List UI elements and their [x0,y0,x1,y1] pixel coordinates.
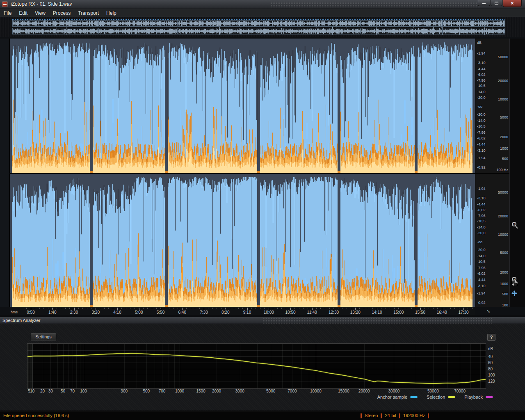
title-bar[interactable]: iZotope RX - 01. Side 1.wav × [0,0,525,9]
spectrum-db-axis: dB406080100120 [488,343,504,390]
help-button[interactable]: ? [487,334,495,341]
waveform-right-channel[interactable] [10,174,475,307]
db-scale-label: -10,5 [477,260,486,264]
legend-label: Selection [427,395,445,399]
status-separator [428,413,429,418]
maximize-button[interactable] [491,0,502,6]
ruler-time-label: 7:30 [200,310,208,315]
freq-scale-label: 2000 [500,135,508,139]
spectrum-freq-tick: 70 [70,389,75,393]
spectrum-db-tick: 40 [488,354,493,359]
freq-scale-label: 20000 [498,79,508,83]
settings-button[interactable]: Settings [31,333,56,340]
ruler-time-label: 17:30 [458,310,468,315]
ruler-time-label: 3:20 [92,310,100,315]
spectrum-freq-tick: 300 [121,389,128,393]
ruler-time-label: 14:10 [372,310,382,315]
menu-item-process[interactable]: Process [49,9,74,17]
spectrum-freq-tick: 700 [159,389,166,393]
pan-tool-icon[interactable] [511,290,519,298]
menu-bar: FileEditViewProcessTransportHelp [0,9,525,17]
spectrum-frequency-axis: 5102030507010030050070010001500200030005… [27,389,486,394]
spectrum-legend: Anchor sampleSelectionPlayback [377,395,493,399]
zoom-selection-icon[interactable] [511,281,519,288]
db-scale-label: -20,0 [477,248,486,252]
status-format-item: Stereo [365,411,378,420]
status-format-group: Stereo24-bit192000 Hz [358,411,432,420]
ruler-time-label: 5:50 [157,310,164,315]
freq-scale-label: 1000 [500,146,508,151]
ruler-tickmark [269,308,269,310]
db-scale-label: -0,92 [477,301,486,305]
legend-item-playback: Playback [464,395,493,399]
ruler-tickmark [204,308,204,310]
spectrum-freq-tick: 50 [61,389,65,393]
spectrum-plot-frame [27,343,486,389]
ruler-time-label: 15:50 [415,310,425,315]
ruler-time-label: 5:00 [135,310,143,315]
close-icon: × [511,1,514,6]
window-title: iZotope RX - 01. Side 1.wav [11,0,72,9]
db-scale-label: -14,0 [477,90,486,94]
menu-item-transport[interactable]: Transport [74,9,103,17]
zoom-in-handle [516,226,518,228]
titlebar-texture [271,1,480,8]
spectrum-freq-tick: 10 [30,389,34,393]
amplitude-frequency-scale: dB-1,94-3,10-4,44-6,02-7,96-10,5-14,0-20… [475,39,509,307]
menu-item-edit[interactable]: Edit [15,9,31,17]
spectrum-freq-tick: 20 [40,389,45,393]
ruler-tickmark [139,308,139,310]
db-scale-label: -10,5 [477,84,486,88]
zoom-in-icon[interactable]: + [511,221,519,229]
spectrum-canvas[interactable] [27,344,486,388]
db-scale-label: -14,0 [477,225,486,229]
izotope-rx-window: iZotope RX - 01. Side 1.wav × FileEditVi… [0,0,525,420]
spectrum-db-tick: 100 [488,373,495,377]
window-controls: × [477,0,522,7]
spectrum-freq-tick: 5000 [266,389,275,393]
overview-waveform-canvas[interactable] [12,19,505,35]
freq-scale-label: 10000 [498,233,508,237]
db-scale-label: -7,96 [477,78,486,82]
spectrum-freq-tick: 50000 [427,389,439,393]
db-scale-label: -4,44 [477,142,486,146]
db-scale-label: -1,94 [477,156,486,160]
menu-item-file[interactable]: File [0,9,15,17]
menu-item-view[interactable]: View [31,9,49,17]
db-scale-label: -10,5 [477,219,486,223]
spectrum-analyzer-titlebar[interactable]: Spectrum Analyzer [0,317,525,324]
close-button[interactable]: × [503,0,522,7]
spectrum-freq-tick: 20000 [358,389,370,393]
db-scale-label: -4,44 [477,202,486,206]
spectrum-freq-tick: 500 [143,389,150,393]
menu-item-help[interactable]: Help [103,9,120,17]
db-scale-label: -20,0 [477,96,486,100]
spectrum-freq-tick: 3000 [235,389,244,393]
db-scale-label: -0,92 [477,165,486,169]
freq-scale-label: 500 [502,157,508,161]
ruler-tickmark [182,308,183,310]
ruler-time-label: 1:40 [48,310,56,315]
db-scale-label: -1,94 [477,51,486,55]
minimize-button[interactable] [478,0,490,6]
scale-separator [475,173,510,174]
db-scale-label: -1,94 [477,187,486,191]
db-scale-label: -6,02 [477,136,486,140]
freq-scale-label: 10000 [498,97,508,101]
layers-square-front [514,283,517,286]
ruler-tickmark [31,308,31,310]
legend-swatch [486,396,493,398]
db-scale-label: -4,44 [477,67,486,71]
db-scale-label: -3,10 [477,148,486,153]
status-separator [361,413,362,418]
spectrum-db-tick: 60 [488,361,493,365]
spectrum-analyzer-title: Spectrum Analyzer [2,317,40,324]
ruler-tickmark [420,308,421,310]
ruler-time-label: 4:10 [113,310,121,315]
legend-label: Playback [464,395,483,399]
waveform-left-channel[interactable] [10,39,475,173]
status-message: File opened successfully (18,6 s) [3,411,69,420]
time-ruler[interactable]: hms 0:501:402:303:204:105:005:506:407:30… [10,307,475,315]
ruler-tickmark [290,308,291,310]
minimize-icon [482,3,486,4]
